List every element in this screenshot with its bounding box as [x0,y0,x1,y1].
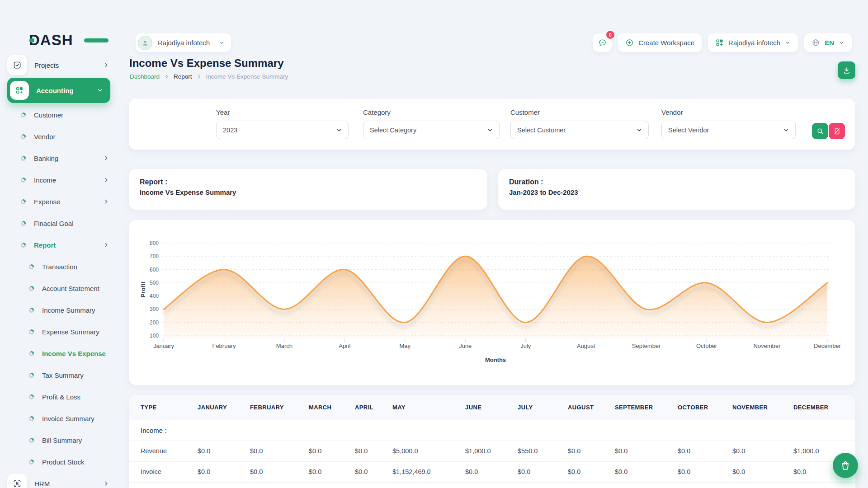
sidebar-item-finacial-goal[interactable]: Finacial Goal [0,212,118,234]
cell-value [198,420,250,441]
year-select[interactable]: 2023 [216,121,349,139]
sidebar-item-label: Bill Summary [42,436,109,444]
workspace-select[interactable]: Rajodiya infotech [708,33,798,52]
vendor-select-value: Select Vendor [668,127,709,134]
sidebar-item-label: Income Vs Expense [42,350,109,357]
sidebar-item-label: Customer [34,111,109,119]
svg-text:July: July [520,343,531,349]
svg-text:February: February [212,343,236,349]
breadcrumb-report-link[interactable]: Report [174,73,192,80]
search-icon [816,127,824,135]
sidebar-item-hrm[interactable]: HRM [0,473,118,488]
breadcrumb-dashboard-link[interactable]: Dashboard [130,73,160,80]
sidebar-item-income-vs-expense[interactable]: Income Vs Expense [0,343,118,364]
sidebar-item-invoice-summary[interactable]: Invoice Summary [0,408,118,429]
reset-filter-button[interactable] [829,123,845,139]
pos-floating-button[interactable] [833,453,858,478]
sidebar-item-vendor[interactable]: Vendor [0,126,118,147]
sidebar-item-bill-summary[interactable]: Bill Summary [0,429,118,451]
chevron-down-icon [97,87,103,94]
chart-card: 100200300400500600700800JanuaryFebruaryM… [129,220,855,385]
svg-text:400: 400 [150,293,159,299]
sidebar-item-label: Projects [34,61,103,69]
logo-text: DASH [29,32,73,48]
sidebar-item-product-stock[interactable]: Product Stock [0,451,118,473]
sidebar-item-customer[interactable]: Customer [0,104,118,126]
bullet-icon [29,329,34,334]
bullet-icon [21,199,26,204]
chat-badge: 0 [606,31,614,39]
table-row-invoice: Invoice$0.0$0.0$0.0$0.0$1,152,469.0$0.0$… [129,461,855,482]
checkbox-icon [7,55,27,75]
cell-value [465,482,518,488]
bullet-icon [29,438,34,443]
vendor-select[interactable]: Select Vendor [661,121,796,139]
sidebar-item-label: Transaction [42,263,109,271]
sidebar-menu: ProjectsAccountingCustomerVendorBankingI… [0,54,118,488]
language-select[interactable]: EN [804,33,852,52]
apply-filter-button[interactable] [812,123,828,139]
cell-value [518,420,568,441]
category-select[interactable]: Select Category [363,121,500,139]
cell-value: $0.0 [250,461,309,482]
messages-button[interactable]: 0 [593,33,612,52]
sidebar-item-tax-summary[interactable]: Tax Summary [0,364,118,386]
breadcrumb: Dashboard Report Income Vs Expense Summa… [130,73,288,80]
chevron-right-icon [103,177,109,183]
cell-value: $0.0 [309,461,355,482]
sidebar-item-income[interactable]: Income [0,169,118,191]
globe-icon [811,38,820,47]
sidebar-item-projects[interactable]: Projects [0,54,118,76]
column-header-june: JUNE [465,395,518,420]
sidebar-item-label: Account Statement [42,285,109,292]
cell-value: $1,000.0 [465,441,518,461]
column-header-september: SEPTEMBER [615,395,678,420]
cell-value [355,420,392,441]
breadcrumb-separator-icon [197,74,202,79]
chevron-down-icon [839,40,844,46]
sidebar-item-label: Expense Summary [42,328,109,336]
cell-value: $0.0 [678,441,732,461]
cell-value: $0.0 [615,461,678,482]
sidebar-item-report[interactable]: Report [0,234,118,256]
report-card-title: Report : [140,178,476,186]
chevron-right-icon [103,198,109,205]
chevron-right-icon [103,155,109,161]
sidebar-item-account-statement[interactable]: Account Statement [0,277,118,299]
svg-text:300: 300 [150,306,159,312]
cell-value [392,420,465,441]
cell-value: $0.0 [568,441,615,461]
table-row-income: Income : [129,420,855,441]
cell-value [678,482,732,488]
sidebar-item-expense[interactable]: Expense [0,191,118,212]
column-header-october: OCTOBER [678,395,732,420]
sidebar-item-label: Expense [34,198,103,206]
download-button[interactable] [838,61,855,79]
create-workspace-button[interactable]: Create Workspace [618,33,702,52]
bullet-icon [21,178,26,183]
chevron-down-icon [785,40,791,46]
cell-value [518,482,568,488]
column-header-may: MAY [392,395,465,420]
sidebar-item-transaction[interactable]: Transaction [0,256,118,277]
svg-text:October: October [696,343,717,349]
sidebar-item-expense-summary[interactable]: Expense Summary [0,321,118,343]
chat-icon [598,38,607,47]
bullet-icon [29,286,34,291]
table-row-expense: Expense : [129,482,855,488]
bullet-icon [21,221,26,226]
sidebar-item-accounting[interactable]: Accounting [7,78,110,103]
cell-value: $0.0 [568,461,615,482]
sidebar-item-label: Profit & Loss [42,393,109,401]
sidebar-item-profit-loss[interactable]: Profit & Loss [0,386,118,408]
file-off-icon [833,127,841,135]
sidebar-item-income-summary[interactable]: Income Summary [0,299,118,321]
sidebar-item-label: Income Summary [42,306,109,314]
svg-text:Months: Months [485,357,506,363]
sidebar-item-banking[interactable]: Banking [0,147,118,169]
workspace-chip[interactable]: Rajodiya infotech [136,33,231,52]
column-header-december: DECEMBER [793,395,855,420]
customer-select[interactable]: Select Customer [510,121,649,139]
svg-text:May: May [400,343,411,349]
cell-value [250,420,309,441]
